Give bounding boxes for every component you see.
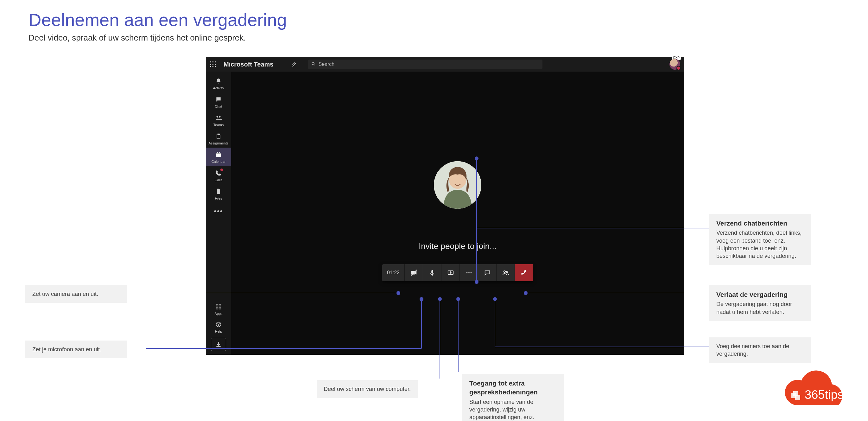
svg-rect-10 [216,307,218,309]
calendar-icon [215,151,222,158]
callout-title: Toegang tot extra gespreksbedieningen [469,379,557,397]
search-icon [311,62,316,67]
rail-label: Calendar [212,160,226,163]
callout-chat: Verzend chatberichten Verzend chatberich… [709,214,811,265]
invite-text: Invite people to join... [418,241,497,251]
rail-files[interactable]: Files [206,184,231,203]
participants-button[interactable] [496,264,515,281]
apps-icon [215,303,222,310]
svg-point-3 [219,116,221,118]
teams-window: Microsoft Teams Search EXP [206,57,684,355]
profile-button[interactable]: EXP [670,59,680,70]
callout-leave: Verlaat de vergadering De vergadering ga… [709,285,811,321]
callout-body: Zet uw camera aan en uit. [32,290,120,298]
left-rail: Activity Chat Teams Assignments [206,71,231,355]
callout-body: De vergadering gaat nog door nadat u hem… [716,300,804,316]
svg-rect-7 [219,152,220,153]
rail-label: Chat [215,104,222,108]
rail-apps[interactable]: Apps [211,300,226,318]
assignments-icon [215,132,222,140]
rail-label: Assignments [209,141,229,145]
call-timer: 01:22 [382,264,404,281]
files-icon [215,187,222,195]
svg-rect-11 [219,307,221,309]
callout-body: Zet je microfoon aan en uit. [32,345,120,353]
rail-teams[interactable]: Teams [206,111,231,129]
svg-point-22 [503,271,505,272]
callout-title: Verlaat de vergadering [716,290,804,299]
bell-icon [215,77,222,85]
svg-rect-9 [219,304,221,306]
rail-label: Apps [214,312,222,315]
rail-label: Activity [213,86,224,90]
callout-body: Verzend chatberichten, deel links, voeg … [716,229,804,260]
page-subtitle: Deel video, spraak of uw scherm tijdens … [29,33,246,43]
callout-title: Verzend chatberichten [716,219,804,228]
svg-point-0 [312,62,314,65]
svg-point-20 [468,272,470,273]
callout-mic: Zet je microfoon aan en uit. [25,340,127,358]
chat-icon [215,96,222,103]
rail-activity[interactable]: Activity [206,74,231,92]
svg-point-2 [217,116,218,118]
help-icon [215,321,222,328]
app-launcher-icon[interactable] [210,61,217,68]
rail-label: Help [215,329,222,333]
hangup-button[interactable] [515,264,533,281]
teams-icon [215,114,222,122]
share-screen-button[interactable] [441,264,460,281]
svg-point-23 [506,271,508,273]
brand-logo: 365tips [776,370,859,415]
callout-camera: Zet uw camera aan en uit. [25,285,127,303]
svg-point-21 [470,272,471,273]
svg-rect-45 [795,395,800,400]
page-title: Deelnemen aan een vergadering [29,9,287,30]
avatar [670,59,680,70]
callout-more: Toegang tot extra gespreksbedieningen St… [462,374,564,421]
callout-body: Deel uw scherm van uw computer. [323,385,411,393]
rail-calls[interactable]: Calls [206,166,231,184]
svg-point-19 [466,272,467,273]
rail-label: Files [215,197,222,200]
rail-label: Teams [213,123,224,127]
mic-toggle-button[interactable] [423,264,441,281]
svg-rect-6 [217,152,218,153]
rail-assignments[interactable]: Assignments [206,129,231,148]
svg-rect-8 [216,304,218,306]
rail-chat[interactable]: Chat [206,92,231,111]
svg-rect-16 [431,270,433,274]
rail-more[interactable]: ••• [214,203,223,220]
callout-participants: Voeg deelnemers toe aan de vergadering. [709,337,811,363]
app-name: Microsoft Teams [224,61,273,68]
call-toolbar: 01:22 [382,264,533,281]
meeting-stage: Invite people to join... 01:22 [231,71,684,355]
participant-avatar [434,161,482,209]
camera-toggle-button[interactable] [404,264,423,281]
notification-dot [220,169,223,171]
download-button[interactable] [211,338,226,351]
rail-label: Calls [215,178,222,182]
compose-icon[interactable] [291,61,297,67]
title-bar: Microsoft Teams Search EXP [206,57,684,71]
callout-body: Start een opname van de vergadering, wij… [469,398,557,421]
more-actions-button[interactable] [460,264,478,281]
callout-share: Deel uw scherm van uw computer. [317,380,418,398]
svg-line-1 [314,64,315,65]
search-input[interactable]: Search [308,60,542,69]
rail-help[interactable]: Help [211,318,226,336]
chat-toggle-button[interactable] [478,264,496,281]
rail-calendar[interactable]: Calendar [206,148,231,166]
search-placeholder: Search [318,61,334,67]
svg-text:365tips: 365tips [805,388,844,401]
svg-rect-5 [216,153,221,154]
callout-body: Voeg deelnemers toe aan de vergadering. [716,342,804,358]
